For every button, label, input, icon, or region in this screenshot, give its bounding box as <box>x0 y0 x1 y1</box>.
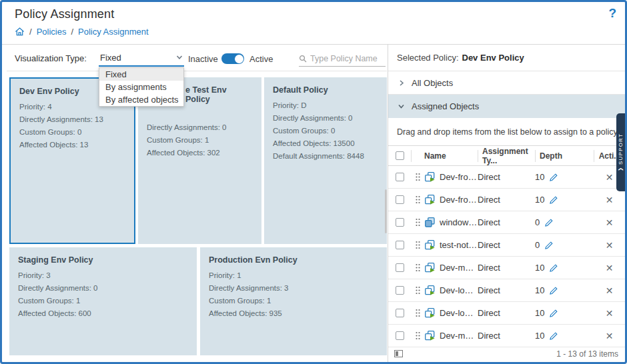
remove-icon[interactable]: ✕ <box>606 263 614 273</box>
row-checkbox[interactable] <box>396 331 404 340</box>
drag-handle-icon[interactable] <box>411 173 424 181</box>
drag-handle-icon[interactable] <box>411 309 424 317</box>
policy-card-title: e Test Env Policy <box>185 85 253 104</box>
chevron-left-icon: ❮ <box>619 167 623 171</box>
policy-assignment-window: Policy Assignment ? / Policies / Policy … <box>0 0 627 364</box>
chevron-down-icon <box>398 103 405 110</box>
visualization-type-select[interactable]: Fixed <box>99 49 184 67</box>
remove-icon[interactable]: ✕ <box>606 285 614 296</box>
object-name: Dev-mys... <box>440 263 478 273</box>
edit-depth-icon[interactable] <box>549 173 558 182</box>
policy-card-production-evn[interactable]: Production Evn Policy Priority: 1Directl… <box>200 247 387 355</box>
policy-stat: Directly Assignments: 3 <box>209 282 378 295</box>
policy-state-toggle[interactable] <box>221 53 244 64</box>
edit-depth-icon[interactable] <box>549 331 558 341</box>
policy-stat: Directly Assignments: 0 <box>18 282 188 295</box>
edit-depth-icon[interactable] <box>549 286 558 295</box>
row-checkbox[interactable] <box>396 309 404 317</box>
column-header-assignment-type[interactable]: Assignment Ty... <box>478 150 535 162</box>
edit-depth-icon[interactable] <box>549 263 558 273</box>
help-icon[interactable]: ? <box>608 6 616 21</box>
column-header-depth[interactable]: Depth <box>535 150 594 162</box>
policy-stat: Default Assignments: 8448 <box>273 150 378 163</box>
depth-value: 0 <box>535 240 540 250</box>
policy-card-title: Production Evn Policy <box>209 255 378 265</box>
support-tab[interactable]: SUPPORT ❮ <box>616 113 625 191</box>
vm-group-icon <box>424 217 436 228</box>
edit-depth-icon[interactable] <box>544 218 554 227</box>
policy-stat: Custom Groups: 0 <box>273 125 378 137</box>
row-checkbox[interactable] <box>396 241 404 249</box>
section-assigned-objects[interactable]: Assigned Objects <box>388 95 625 118</box>
depth-value: 10 <box>535 308 544 318</box>
vm-powered-on-icon <box>424 330 436 341</box>
drag-handle-icon[interactable] <box>411 218 424 227</box>
search-input[interactable] <box>310 54 380 63</box>
menu-item[interactable]: By assignments <box>99 81 183 93</box>
remove-icon[interactable]: ✕ <box>606 172 614 183</box>
edit-depth-icon[interactable] <box>544 241 554 250</box>
table-row: windows... Direct 0 ✕ <box>388 211 625 234</box>
section-label: All Objects <box>412 78 453 88</box>
depth-value: 10 <box>535 172 544 182</box>
scrollbar-thumb[interactable] <box>385 189 387 233</box>
row-checkbox[interactable] <box>396 195 404 204</box>
object-name: test-notli... <box>440 240 478 250</box>
table-row: Dev-mys... Direct 10 ✕ <box>388 325 625 347</box>
policy-stat: Affected Objects: 13 <box>19 139 125 151</box>
depth-value: 10 <box>535 263 544 273</box>
inactive-label: Inactive <box>188 54 218 64</box>
drag-handle-icon[interactable] <box>411 195 424 204</box>
remove-icon[interactable]: ✕ <box>606 217 614 228</box>
edit-depth-icon[interactable] <box>549 309 558 318</box>
row-checkbox[interactable] <box>396 218 404 227</box>
drag-handle-icon[interactable] <box>411 286 424 295</box>
active-label: Active <box>249 54 273 64</box>
column-header-name[interactable]: Name <box>424 151 478 161</box>
depth-value: 0 <box>535 217 540 227</box>
breadcrumb-link-policies[interactable]: Policies <box>37 27 67 37</box>
visualization-type-value: Fixed <box>100 53 121 63</box>
select-all-checkbox[interactable] <box>396 151 404 160</box>
edit-depth-icon[interactable] <box>549 195 558 205</box>
selected-policy-value: Dev Env Policy <box>462 53 524 63</box>
row-checkbox[interactable] <box>396 263 404 272</box>
assignment-type: Direct <box>478 308 535 318</box>
vm-powered-on-icon <box>424 285 436 296</box>
vm-powered-on-icon <box>424 239 436 251</box>
policy-stat: Priority: 3 <box>18 269 188 282</box>
menu-item[interactable]: By affected objects <box>99 93 183 106</box>
vm-powered-on-icon <box>424 194 436 205</box>
selected-policy-label: Selected Policy: <box>397 53 459 63</box>
remove-icon[interactable]: ✕ <box>606 240 614 251</box>
column-settings-icon[interactable] <box>394 350 403 357</box>
assignment-type: Direct <box>478 195 535 205</box>
object-name: Dev-fron... <box>440 195 478 205</box>
table-row: test-notli... Direct 0 ✕ <box>388 234 625 257</box>
table-row: Dev-load... Direct 10 ✕ <box>388 302 625 325</box>
breadcrumb-link-policy-assignment[interactable]: Policy Assignment <box>78 27 149 37</box>
breadcrumb-separator: / <box>29 27 32 37</box>
menu-item[interactable]: Fixed <box>99 68 183 81</box>
drag-handle-icon[interactable] <box>411 241 424 249</box>
search-icon <box>299 55 307 63</box>
table-row: Dev-fron... Direct 10 ✕ <box>388 189 625 211</box>
assignment-type: Direct <box>478 172 535 182</box>
row-checkbox[interactable] <box>396 173 404 181</box>
depth-value: 10 <box>535 285 544 295</box>
policy-card-default[interactable]: Default Policy Priority: DDirectly Assig… <box>264 77 387 244</box>
visualization-type-menu: FixedBy assignmentsBy affected objects <box>99 67 184 107</box>
remove-icon[interactable]: ✕ <box>606 308 614 319</box>
drag-handle-icon[interactable] <box>411 331 424 340</box>
assignment-type: Direct <box>478 217 535 227</box>
breadcrumb: / Policies / Policy Assignment <box>15 27 149 37</box>
row-checkbox[interactable] <box>396 286 404 295</box>
remove-icon[interactable]: ✕ <box>606 195 614 205</box>
page-title: Policy Assignment <box>15 7 114 21</box>
policy-card-staging-env[interactable]: Staging Env Policy Priority: 3Directly A… <box>9 247 197 355</box>
drag-handle-icon[interactable] <box>411 263 424 272</box>
remove-icon[interactable]: ✕ <box>606 331 614 341</box>
assignment-type: Direct <box>478 240 535 250</box>
section-all-objects[interactable]: All Objects <box>388 71 625 95</box>
home-icon[interactable] <box>15 27 25 37</box>
